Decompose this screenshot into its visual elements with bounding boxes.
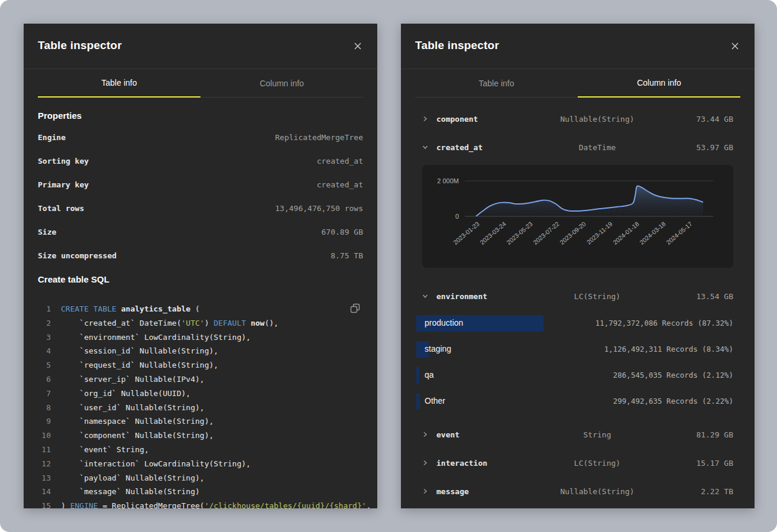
chevron-down-icon	[422, 144, 436, 150]
column-value-row: staging 1,126,492,311 Records (8.34%)	[415, 336, 740, 362]
tab-column-info[interactable]: Column info	[200, 69, 363, 98]
sql-line-text: `session_id` Nullable(String),	[61, 344, 218, 358]
tab-table-info[interactable]: Table info	[415, 69, 578, 98]
column-row-created_at[interactable]: created_at DateTime 53.97 GB	[415, 133, 740, 161]
property-value: created_at	[317, 180, 363, 189]
sql-line-text: `interaction` LowCardinality(String),	[61, 457, 251, 471]
tab-bar: Table info Column info	[38, 69, 363, 98]
column-size: 81.29 GB	[668, 430, 733, 439]
property-label: Size	[38, 228, 56, 236]
close-icon	[731, 42, 739, 50]
table-inspector-dialog-table-info: Table inspector Table info Column info P…	[24, 24, 377, 508]
property-row: Sorting key created_at	[38, 149, 363, 173]
column-row-event[interactable]: event String 81.29 GB	[415, 420, 740, 449]
property-label: Primary key	[38, 180, 89, 189]
chevron-right-icon	[422, 432, 436, 437]
column-top-values: production 11,792,372,086 Records (87.32…	[415, 310, 740, 414]
column-name: message	[436, 487, 526, 496]
line-number: 10	[38, 429, 51, 443]
column-row-environment[interactable]: environment LC(String) 13.54 GB	[415, 282, 740, 310]
area-chart: 2 000M02023-01-232023-03-242023-05-23202…	[422, 165, 733, 268]
value-record-count: 11,792,372,086 Records (87.32%)	[595, 319, 733, 327]
copy-icon	[350, 303, 360, 313]
value-label: production	[425, 318, 463, 327]
sql-line-text: `request_id` Nullable(String),	[61, 358, 218, 372]
x-axis-tick-label: 2023-03-24	[478, 220, 507, 246]
line-number: 5	[38, 358, 51, 372]
column-value-row: qa 286,545,035 Records (2.12%)	[415, 362, 740, 388]
sql-line: 15 ) ENGINE = ReplicatedMergeTree('/clic…	[38, 499, 363, 508]
tab-bar: Table info Column info	[415, 69, 740, 98]
column-row-message[interactable]: message Nullable(String) 2.22 TB	[415, 477, 740, 505]
chevron-down-icon	[422, 293, 436, 299]
column-name: event	[436, 430, 526, 439]
dialog-title: Table inspector	[38, 39, 363, 52]
properties-list: Engine ReplicatedMergeTree Sorting key c…	[38, 125, 363, 267]
property-value: ReplicatedMergeTree	[275, 133, 363, 142]
column-name: environment	[436, 292, 526, 301]
value-label: staging	[425, 344, 451, 353]
column-type: Nullable(String)	[526, 487, 668, 496]
sql-line-text: `environment` LowCardinality(String),	[61, 330, 251, 345]
sql-line-text: `payload` Nullable(String),	[61, 471, 205, 485]
sql-line-text: `org_id` Nullable(UUID),	[61, 387, 190, 401]
sql-line-text: `namespace` Nullable(String),	[61, 414, 213, 429]
property-row: Size 670.89 GB	[38, 220, 363, 244]
x-axis-tick-label: 2024-05-17	[665, 220, 694, 246]
y-axis-tick-label: 2 000M	[437, 177, 459, 184]
sql-line-text: `message` Nullable(String)	[61, 485, 200, 499]
column-size: 73.44 GB	[668, 115, 733, 124]
line-number: 15	[38, 499, 51, 508]
close-button[interactable]	[727, 39, 743, 54]
line-number: 1	[38, 302, 51, 316]
x-axis-tick-label: 2023-05-23	[505, 220, 534, 246]
column-value-row: production 11,792,372,086 Records (87.32…	[415, 310, 740, 336]
property-row: Total rows 13,496,476,750 rows	[38, 196, 363, 220]
x-axis-tick-label: 2023-07-22	[532, 220, 561, 246]
column-row-component[interactable]: component Nullable(String) 73.44 GB	[415, 105, 740, 133]
column-row-interaction[interactable]: interaction LC(String) 15.17 GB	[415, 449, 740, 477]
copy-sql-button[interactable]	[348, 302, 362, 316]
chevron-right-icon	[422, 488, 436, 494]
tab-column-info[interactable]: Column info	[578, 69, 740, 98]
column-type: LC(String)	[526, 292, 668, 301]
area-fill	[476, 186, 703, 216]
sql-line-text: `server_ip` Nullable(IPv4),	[61, 372, 205, 387]
properties-heading: Properties	[38, 111, 363, 121]
sql-lines: 1 CREATE TABLE analytics_table ( 2 `crea…	[38, 302, 363, 508]
column-size: 53.97 GB	[668, 143, 733, 152]
sql-line: 5 `request_id` Nullable(String),	[38, 358, 363, 372]
x-axis-tick-label: 2023-09-20	[558, 220, 587, 246]
line-number: 11	[38, 443, 51, 457]
x-axis-tick-label: 2023-11-19	[585, 220, 614, 245]
column-type: LC(String)	[526, 459, 668, 468]
property-label: Sorting key	[38, 157, 89, 166]
dialog-title: Table inspector	[415, 39, 740, 52]
column-size: 2.22 TB	[668, 487, 733, 496]
sql-line: 4 `session_id` Nullable(String),	[38, 344, 363, 358]
property-value: 670.89 GB	[322, 228, 363, 236]
create-table-sql-heading: Create table SQL	[38, 274, 363, 284]
property-label: Total rows	[38, 204, 84, 213]
value-label: qa	[425, 370, 434, 379]
sql-code-block: 1 CREATE TABLE analytics_table ( 2 `crea…	[38, 302, 363, 508]
chevron-right-icon	[422, 460, 436, 466]
sql-line: 14 `message` Nullable(String)	[38, 485, 363, 499]
line-number: 3	[38, 330, 51, 345]
property-value: 8.75 TB	[331, 251, 363, 260]
value-label: Other	[425, 396, 445, 406]
sql-line: 13 `payload` Nullable(String),	[38, 471, 363, 485]
column-type: String	[526, 430, 668, 439]
tab-table-info[interactable]: Table info	[38, 69, 200, 98]
close-button[interactable]	[350, 39, 365, 54]
sql-line-text: `created_at` DateTime('UTC') DEFAULT now…	[61, 316, 279, 330]
sql-line: 9 `namespace` Nullable(String),	[38, 414, 363, 429]
line-number: 6	[38, 372, 51, 387]
value-distribution-bar	[416, 393, 420, 410]
dialog-header: Table inspector	[24, 24, 377, 69]
property-row: Size uncompressed 8.75 TB	[38, 244, 363, 267]
x-axis-tick-label: 2024-03-18	[638, 220, 667, 246]
line-number: 7	[38, 387, 51, 401]
column-name: created_at	[436, 143, 526, 152]
page-background: Table inspector Table info Column info P…	[0, 0, 777, 532]
